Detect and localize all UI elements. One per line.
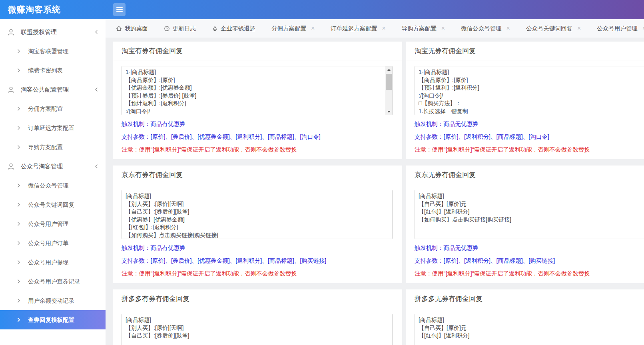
panel-body: [商品标题] 【别人买】:[原价][天啊] 【自己买】:[券后价][鼓掌] 【优… [113, 184, 402, 283]
tabbar: 我的桌面 更新日志 企业零钱退还 分佣方案配置 × 订单延迟方案配置 × 导购方… [106, 19, 644, 38]
chevron-left-icon [94, 87, 98, 92]
panel-pdd-coupon: 拼多多有券有佣金回复 [商品标题] 【别人买】:[原价][天啊] 【自己买】:[… [113, 289, 402, 345]
main-area: 我的桌面 更新日志 企业零钱退还 分佣方案配置 × 订单延迟方案配置 × 导购方… [106, 19, 644, 345]
scroll-up-icon[interactable] [385, 66, 392, 73]
close-icon[interactable]: × [642, 25, 644, 32]
panel-title: 拼多多无券有佣金回复 [406, 289, 644, 308]
note-text: 注意：使用"[返利积分]"需保证开启了返利功能，否则不会做参数替换 [122, 269, 394, 277]
chevron-right-icon [17, 317, 21, 322]
panel-title: 淘宝无券有佣金回复 [406, 42, 644, 60]
template-textarea-jd-nocoupon[interactable]: [商品标题] 【自己买】[原价]元 【[红包]】[返利积分] 【如何购买】点击购… [415, 190, 644, 239]
tab-order-delay-plan[interactable]: 订单延迟方案配置 × [331, 25, 385, 32]
scroll-down-icon[interactable] [385, 108, 392, 115]
close-icon[interactable]: × [506, 25, 510, 32]
chevron-right-icon [17, 221, 21, 226]
sidebar-item-guide-plan[interactable]: 导购方案配置 [0, 138, 106, 157]
panel-body: 1-[商品标题] 【商品原价】:[原价] 【预计返利】:[返利积分] :/[淘口… [406, 60, 644, 159]
params-text: 支持参数：[原价]、[券后价]、[优惠券金额]、[返利积分]、[商品标题]、[淘… [122, 133, 394, 141]
params-text: 支持参数：[原价]、[返利积分]、[商品标题]、[购买链接] [415, 257, 644, 265]
template-textarea-pdd-nocoupon[interactable]: [商品标题] 【自己买】[原价]元 【[红包]】[返利积分] [415, 314, 644, 345]
close-icon[interactable]: × [311, 25, 315, 32]
tab-label: 我的桌面 [125, 25, 148, 32]
sidebar-item-user-balance-log[interactable]: 用户余额变动记录 [0, 291, 106, 310]
sidebar-item-label: 分佣方案配置 [28, 105, 63, 113]
sidebar-group-taoke-common-config[interactable]: 淘客公共配置管理 [0, 80, 106, 99]
sidebar-item-label: 公众号用户提现 [28, 259, 69, 266]
tab-label: 分佣方案配置 [271, 25, 306, 32]
chevron-right-icon [17, 106, 21, 111]
tab-label: 公众号关键词回复 [526, 25, 572, 32]
sidebar-item-wechat-mp-manage[interactable]: 微信公众号管理 [0, 176, 106, 195]
sidebar-item-coupon-reply-template[interactable]: 查券回复模板配置 [0, 310, 106, 329]
tab-label: 导购方案配置 [402, 25, 437, 32]
tab-label: 微信公众号管理 [461, 25, 502, 32]
tab-label: 订单延迟方案配置 [331, 25, 377, 32]
sidebar-collapse-button[interactable] [113, 3, 126, 16]
sidebar-item-label: 公众号用户管理 [28, 220, 69, 228]
trigger-text: 触发机制：商品无优惠券 [415, 120, 644, 128]
sidebar-item-renewal-card-list[interactable]: 续费卡密列表 [0, 61, 106, 80]
tab-desktop[interactable]: 我的桌面 [116, 25, 148, 32]
sidebar-group-label: 淘客公共配置管理 [21, 86, 94, 94]
template-textarea-pdd-coupon[interactable]: [商品标题] 【别人买】:[原价][天啊] 【自己买】:[券后价][鼓掌] [122, 314, 393, 345]
tab-label: 企业零钱退还 [221, 25, 255, 32]
close-icon[interactable]: × [441, 25, 445, 32]
sidebar-group-label: 联盟授权管理 [21, 28, 94, 36]
chevron-right-icon [17, 279, 21, 284]
chevron-right-icon [17, 145, 21, 150]
template-textarea-taobao-coupon[interactable]: 1-[商品标题] 【商品原价】:[原价] 【优惠金额】:[优惠券金额] 【预计券… [122, 66, 393, 115]
panel-title: 京东无券有佣金回复 [406, 166, 644, 184]
panel-pdd-nocoupon: 拼多多无券有佣金回复 [商品标题] 【自己买】[原价]元 【[红包]】[返利积分… [406, 289, 644, 345]
sidebar-item-mp-keyword-reply[interactable]: 公众号关键词回复 [0, 195, 106, 214]
template-textarea-taobao-nocoupon[interactable]: 1-[商品标题] 【商品原价】:[原价] 【预计返利】:[返利积分] :/[淘口… [415, 66, 644, 115]
home-icon [116, 26, 122, 32]
tab-mp-user-manage[interactable]: 公众号用户管理 × [597, 25, 644, 32]
panel-taobao-coupon: 淘宝有券有佣金回复 1-[商品标题] 【商品原价】:[原价] 【优惠金额】:[优… [113, 42, 402, 159]
panel-title: 淘宝有券有佣金回复 [113, 42, 402, 60]
chevron-right-icon [17, 49, 21, 54]
close-icon[interactable]: × [577, 25, 581, 32]
tab-guide-plan[interactable]: 导购方案配置 × [402, 25, 445, 32]
tab-mp-keyword-reply[interactable]: 公众号关键词回复 × [526, 25, 581, 32]
params-text: 支持参数：[原价]、[券后价]、[优惠券金额]、[返利积分]、[商品标题]、[购… [122, 257, 394, 265]
tab-enterprise-refund[interactable]: 企业零钱退还 [212, 25, 255, 32]
tab-label: 更新日志 [173, 25, 196, 32]
app-logo: 微赚淘客系统 [0, 4, 106, 15]
sidebar-item-mp-user-withdraw[interactable]: 公众号用户提现 [0, 253, 106, 272]
note-text: 注意：使用"[返利积分]"需保证开启了返利功能，否则不会做参数替换 [415, 269, 644, 277]
hamburger-icon [116, 11, 123, 12]
close-icon[interactable]: × [382, 25, 385, 32]
template-textarea-jd-coupon[interactable]: [商品标题] 【别人买】:[原价][天啊] 【自己买】:[券后价][鼓掌] 【优… [122, 190, 393, 239]
sidebar-item-label: 微信公众号管理 [28, 182, 69, 189]
tab-label: 公众号用户管理 [597, 25, 638, 32]
sidebar-item-label: 导购方案配置 [28, 144, 63, 151]
sidebar-item-mp-user-coupon-log[interactable]: 公众号用户查券记录 [0, 272, 106, 291]
sidebar-item-label: 用户余额变动记录 [28, 297, 74, 305]
trigger-text: 触发机制：商品无优惠券 [415, 244, 644, 252]
sidebar-item-label: 订单延迟方案配置 [28, 124, 74, 132]
textarea-scrollbar[interactable] [385, 66, 392, 115]
sidebar-group-alliance-auth[interactable]: 联盟授权管理 [0, 22, 106, 42]
sidebar: 联盟授权管理 淘宝客联盟管理 续费卡密列表 淘客公共配置管理 分佣方案配置 订单… [0, 19, 106, 345]
panel-body: [商品标题] 【别人买】:[原价][天啊] 【自己买】:[券后价][鼓掌] [113, 308, 402, 345]
sidebar-item-mp-user-manage[interactable]: 公众号用户管理 [0, 214, 106, 233]
sidebar-item-label: 淘宝客联盟管理 [28, 48, 69, 55]
chevron-right-icon [17, 68, 21, 73]
user-icon [7, 163, 15, 170]
sidebar-group-mp-taoke-manage[interactable]: 公众号淘客管理 [0, 157, 106, 176]
scrollbar-thumb[interactable] [386, 74, 392, 90]
sidebar-item-taobao-alliance[interactable]: 淘宝客联盟管理 [0, 42, 106, 61]
chevron-left-icon [94, 30, 98, 34]
chevron-right-icon [17, 183, 21, 188]
sidebar-item-order-delay-plan[interactable]: 订单延迟方案配置 [0, 118, 106, 138]
sidebar-item-mp-user-orders[interactable]: 公众号用户订单 [0, 233, 106, 253]
sidebar-item-label: 查券回复模板配置 [28, 316, 74, 324]
chevron-right-icon [17, 126, 21, 130]
tab-commission-plan[interactable]: 分佣方案配置 × [271, 25, 315, 32]
tab-changelog[interactable]: 更新日志 [164, 25, 196, 32]
tab-wechat-mp-manage[interactable]: 微信公众号管理 × [461, 25, 510, 32]
hamburger-icon [116, 9, 123, 10]
sidebar-item-label: 公众号用户查券记录 [28, 278, 80, 285]
sidebar-item-commission-plan[interactable]: 分佣方案配置 [0, 99, 106, 118]
chevron-right-icon [17, 260, 21, 265]
